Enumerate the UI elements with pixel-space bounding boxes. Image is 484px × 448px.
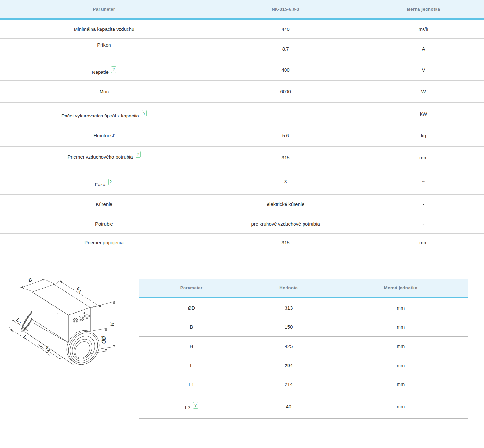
value-cell: 294 (244, 363, 333, 368)
unit-cell: kW (363, 111, 484, 116)
help-tooltip-icon[interactable]: ? (142, 110, 147, 116)
param-cell: B (139, 324, 244, 330)
spec-row: Fáza? 3 ~ (0, 168, 484, 195)
spec-row: Minimálna kapacita vzduchu 440 m³/h (0, 20, 484, 39)
param-label: Kúrenie (96, 202, 112, 207)
value-cell: 3 (208, 179, 363, 184)
param-label: L (190, 363, 193, 368)
dim-label-h: H (109, 322, 115, 326)
value-cell: elektrické kúrenie (208, 202, 363, 207)
param-cell: Priemer pripojenia (0, 240, 208, 245)
value-cell: 400 (208, 67, 363, 73)
dimension-row: B 150 mm (139, 317, 468, 337)
unit-cell: mm (333, 382, 468, 387)
dim-line-l (10, 329, 48, 353)
dimension-row: L2? 40 mm (139, 394, 468, 419)
spec-row: Potrubie pre kruhové vzduchové potrubia … (0, 214, 484, 234)
unit-cell: ~ (363, 179, 484, 184)
unit-cell: A (363, 46, 484, 52)
help-tooltip-icon[interactable]: ? (108, 179, 113, 185)
spec-row: Priemer vzduchového potrubia? 315 mm (0, 147, 484, 168)
spec-row: Napätie? 400 V (0, 59, 484, 81)
unit-cell: W (363, 89, 484, 94)
param-cell: L (139, 363, 244, 368)
value-cell: pre kruhové vzduchové potrubia (208, 221, 363, 227)
param-label: B (190, 324, 193, 330)
dimensions-table-header: Parameter Hodnota Merná jednotka (139, 279, 468, 298)
help-tooltip-icon[interactable]: ? (193, 402, 198, 409)
value-cell: 425 (244, 343, 333, 349)
param-label: Fáza (95, 182, 105, 187)
unit-cell: m³/h (363, 26, 484, 32)
unit-cell: mm (333, 343, 468, 349)
param-cell: Priemer vzduchového potrubia? (0, 154, 208, 160)
value-cell: 5.6 (208, 133, 363, 138)
dimension-row: ØD 313 mm (139, 298, 468, 317)
unit-cell: kg (363, 133, 484, 138)
param-label: Moc (100, 89, 109, 94)
param-label: Príkon (97, 42, 111, 47)
spec-row: Hmotnosť 5.6 kg (0, 125, 484, 147)
spec-row: Počet vykurovacích špirál x kapacita? kW (0, 103, 484, 125)
unit-cell: - (363, 202, 484, 207)
dim-label-b: B (28, 277, 33, 283)
value-cell: 40 (244, 404, 333, 409)
unit-cell: mm (363, 155, 484, 160)
unit-cell: - (363, 221, 484, 227)
param-label: Minimálna kapacita vzduchu (74, 26, 134, 32)
dimension-row: L1 214 mm (139, 375, 468, 394)
column-header-parameter: Parameter (139, 285, 244, 290)
value-cell: 315 (208, 155, 363, 160)
dim-label-l2-left: L2 (15, 317, 22, 325)
value-cell: 6000 (208, 89, 363, 94)
unit-cell: V (363, 67, 484, 73)
value-cell: 214 (244, 382, 333, 387)
dim-label-l: L (22, 334, 28, 340)
rivet-dot (57, 313, 58, 314)
param-cell: ØD (139, 305, 244, 311)
help-tooltip-icon[interactable]: ? (136, 151, 141, 158)
param-cell: L1 (139, 382, 244, 387)
param-cell: Hmotnosť (0, 133, 208, 138)
param-label: Napätie (92, 69, 109, 75)
rivet-dot (61, 315, 62, 316)
column-header-parameter: Parameter (0, 7, 208, 12)
value-cell: 150 (244, 324, 333, 330)
param-label: Priemer vzduchového potrubia (67, 154, 133, 159)
unit-cell: mm (363, 240, 484, 245)
column-header-unit: Merná jednotka (333, 285, 468, 290)
param-label: Hmotnosť (93, 133, 115, 138)
spec-row: Priemer pripojenia 315 mm (0, 234, 484, 251)
spec-row: Moc 6000 W (0, 81, 484, 103)
product-dimension-drawing: B L1 H ØD L2 L L2 (9, 272, 141, 388)
param-label: Potrubie (95, 221, 113, 227)
param-label: L1 (189, 382, 194, 387)
param-cell: Príkon (0, 46, 208, 52)
param-label: ØD (188, 305, 195, 311)
value-cell: 315 (208, 240, 363, 245)
param-cell: Moc (0, 89, 208, 94)
column-header-model: NK-315-6,0-3 (208, 7, 363, 12)
unit-cell: mm (333, 305, 468, 311)
column-header-value: Hodnota (244, 285, 333, 290)
dim-label-d: ØD (101, 336, 106, 344)
dimension-row: L 294 mm (139, 356, 468, 375)
column-header-unit: Merná jednotka (363, 7, 484, 12)
param-cell: Počet vykurovacích špirál x kapacita? (0, 110, 208, 117)
param-cell: H (139, 343, 244, 349)
spec-row: Príkon 8.7 A (0, 39, 484, 59)
unit-cell: mm (333, 324, 468, 330)
param-cell: Napätie? (0, 67, 208, 73)
dim-line-l2-bottom (40, 346, 61, 359)
dimensions-table: Parameter Hodnota Merná jednotka ØD 313 … (139, 279, 468, 419)
value-cell: 313 (244, 305, 333, 311)
help-tooltip-icon[interactable]: ? (111, 66, 116, 73)
unit-cell: mm (333, 363, 468, 368)
param-cell: Potrubie (0, 221, 208, 227)
param-label: L2 (185, 405, 190, 410)
dimension-row: H 425 mm (139, 337, 468, 356)
value-cell: 8.7 (208, 46, 363, 52)
param-label: H (190, 343, 193, 349)
dim-label-l1: L1 (75, 285, 83, 293)
param-cell: Minimálna kapacita vzduchu (0, 26, 208, 32)
